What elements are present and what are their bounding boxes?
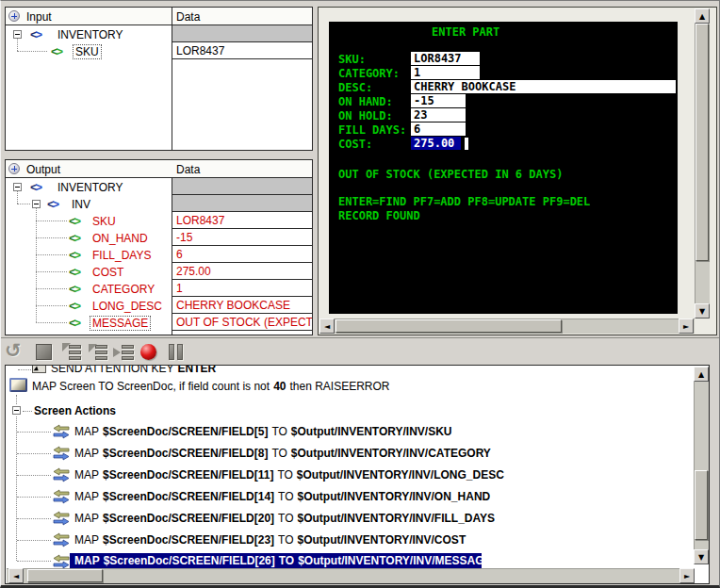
scroll-right-icon[interactable]: ►	[679, 318, 694, 334]
map-source: $ScreenDoc/SCREEN/FIELD[20]	[103, 512, 274, 525]
output-data-cell[interactable]: LOR8437	[172, 212, 312, 229]
output-data-cell[interactable]: OUT OF STOCK (EXPECTED IN 6 DAYS)	[172, 314, 312, 331]
input-tree-row-inventory[interactable]: <> INVENTORY	[6, 26, 172, 43]
input-tree-row-sku[interactable]: <> SKU	[6, 43, 172, 60]
output-data-cell[interactable]: -15	[172, 229, 312, 246]
tree-node-label[interactable]: SKU	[92, 215, 116, 228]
selected-map-action[interactable]: MAP$ScreenDoc/SCREEN/FIELD[26]TO$Output/…	[70, 553, 482, 568]
output-tree-row-inv[interactable]: <> INV	[6, 196, 172, 213]
scroll-up-icon[interactable]: ▲	[694, 367, 709, 382]
map-swap-icon	[53, 532, 70, 547]
tree-node-label[interactable]: LONG_DESC	[92, 300, 162, 313]
map-destination: $Output/INVENTORY/INV/ON_HAND	[298, 490, 491, 503]
input-data-cell[interactable]	[172, 25, 312, 42]
run-icon[interactable]: ↺	[5, 340, 27, 363]
map-destination: $Output/INVENTORY/INV/SKU	[291, 425, 452, 438]
scroll-up-icon[interactable]: ▲	[695, 8, 710, 24]
output-data-cell[interactable]	[172, 195, 312, 212]
tree-node-label[interactable]: SKU	[74, 45, 101, 58]
output-panel-title: Output	[26, 163, 60, 176]
scroll-left-icon[interactable]: ◄	[319, 318, 335, 334]
map-source: $ScreenDoc/SCREEN/FIELD[26]	[104, 554, 275, 567]
terminal-input-category[interactable]: 1	[411, 66, 480, 79]
terminal-hscroll-thumb[interactable]	[335, 319, 562, 333]
tree-line	[17, 540, 51, 541]
map-to: TO	[278, 533, 293, 547]
scroll-right-icon[interactable]: ►	[679, 568, 695, 583]
scroll-down-icon[interactable]: ▼	[694, 549, 709, 564]
scroll-left-icon[interactable]: ◄	[8, 568, 24, 583]
scroll-down-icon[interactable]: ▼	[695, 303, 710, 318]
tree-node-label[interactable]: CATEGORY	[92, 283, 155, 296]
stop-icon[interactable]	[33, 340, 56, 363]
output-tree-row-on-hand[interactable]: <> ON_HAND	[6, 230, 172, 247]
terminal-input-desc[interactable]: CHERRY BOOKCASE	[411, 80, 676, 93]
tree-line	[17, 453, 51, 454]
terminal-input-on-hold[interactable]: 23	[411, 108, 466, 122]
field-node-icon: <>	[69, 316, 79, 330]
tree-node-label[interactable]: ON_HAND	[92, 232, 148, 245]
terminal-field-label: SKU:	[338, 53, 366, 66]
input-header-divider	[172, 8, 172, 24]
output-data-cell[interactable]: CHERRY BOOKCASE	[172, 297, 312, 314]
actions-vscroll-thumb[interactable]	[695, 470, 708, 540]
tree-node-label[interactable]: COST	[92, 266, 123, 279]
tree-node-label[interactable]: INV	[72, 198, 90, 211]
tree-line	[16, 395, 17, 404]
terminal-input-sku[interactable]: LOR8437	[411, 52, 480, 65]
output-data-cell[interactable]	[172, 178, 312, 195]
field-node-icon: <>	[69, 265, 79, 279]
red-ball-glyph	[140, 344, 156, 360]
map-verb: MAP	[74, 490, 99, 503]
input-data-cell[interactable]: LOR8437	[172, 42, 312, 59]
terminal-input-fill-days[interactable]: 6	[411, 122, 466, 136]
pause-icon[interactable]	[166, 340, 188, 363]
stack-bar	[95, 356, 107, 360]
output-data-cell[interactable]: 6	[172, 246, 312, 263]
actions-hscroll-track[interactable]	[7, 568, 695, 583]
terminal-title: ENTER PART	[432, 25, 499, 39]
record-node-icon: <>	[30, 27, 41, 41]
collapse-toggle-icon[interactable]	[12, 406, 21, 415]
collapse-toggle-icon[interactable]	[13, 30, 22, 39]
tree-line	[18, 369, 31, 370]
tree-node-label[interactable]: INVENTORY	[57, 28, 123, 41]
expand-all-icon[interactable]	[8, 163, 20, 174]
tree-node-label[interactable]: FILL_DAYS	[92, 249, 151, 262]
tree-node-label[interactable]: MESSAGE	[90, 317, 150, 330]
collapse-toggle-icon[interactable]	[32, 200, 41, 208]
output-tree-row-category[interactable]: <> CATEGORY	[6, 281, 172, 298]
stack-bar	[122, 345, 134, 349]
stack-bar	[69, 356, 81, 360]
terminal-vscroll-thumb[interactable]	[695, 24, 709, 261]
output-tree-row-long-desc[interactable]: <> LONG_DESC	[6, 298, 172, 315]
terminal-screen[interactable]: ENTER PART SKU: CATEGORY: DESC: ON HAND:…	[329, 22, 678, 314]
map-verb: MAP	[74, 554, 100, 567]
terminal-field-label: DESC:	[338, 81, 372, 94]
output-data-cell[interactable]: 1	[172, 280, 312, 297]
step-into-icon[interactable]	[88, 340, 110, 363]
map-swap-icon	[53, 511, 70, 526]
output-tree-row-message[interactable]: <> MESSAGE	[6, 315, 172, 332]
output-tree-row-fill-days[interactable]: <> FILL_DAYS	[6, 247, 172, 264]
run-glyph: ↺	[5, 339, 22, 362]
terminal-panel: ENTER PART SKU: CATEGORY: DESC: ON HAND:…	[318, 7, 717, 335]
terminal-input-on-hand[interactable]: -15	[411, 94, 466, 107]
collapse-toggle-icon[interactable]	[13, 183, 22, 191]
terminal-field-label: ON HOLD:	[338, 109, 393, 122]
map-swap-icon	[53, 467, 70, 482]
output-tree-row-inventory[interactable]: <> INVENTORY	[6, 179, 172, 196]
step-return-icon[interactable]	[113, 340, 136, 363]
output-data-cell[interactable]: 275.00	[172, 263, 312, 280]
breakpoint-icon[interactable]	[138, 340, 160, 363]
record-node-icon: <>	[47, 197, 57, 211]
debug-toolbar: ↺	[1, 337, 720, 364]
output-tree-row-sku[interactable]: <> SKU	[6, 213, 172, 230]
expand-all-icon[interactable]	[8, 10, 20, 22]
output-tree-row-cost[interactable]: <> COST	[6, 264, 172, 281]
actions-hscroll-thumb[interactable]	[27, 569, 103, 582]
step-over-icon[interactable]	[61, 340, 84, 363]
terminal-input-cost[interactable]: 275.00	[411, 137, 461, 150]
tree-node-label[interactable]: INVENTORY	[57, 181, 123, 194]
map-to: TO	[278, 512, 293, 525]
